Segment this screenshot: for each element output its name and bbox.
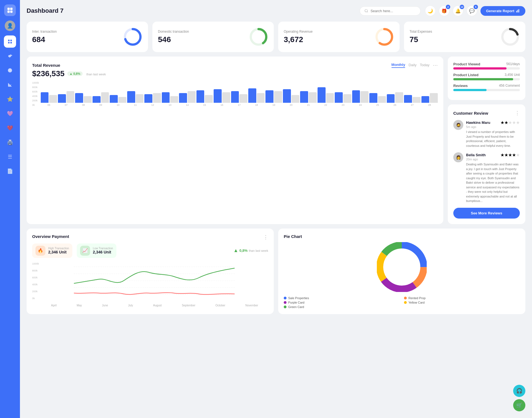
sidebar-item-heart[interactable]: 🩷 [4, 107, 16, 120]
bar-blue-20 [387, 94, 395, 103]
svg-rect-13 [518, 9, 519, 12]
stat-card-0: Inter. transaction 684 [27, 22, 148, 52]
bar-blue-6 [144, 94, 152, 103]
revenue-card-header: Total Revenue Monthly Daily Today ⋯ [32, 62, 438, 68]
svg-point-32 [385, 250, 418, 284]
middle-row: Total Revenue Monthly Daily Today ⋯ $236… [27, 57, 525, 224]
cart-float-btn[interactable]: 🛒 [513, 399, 525, 411]
tab-monthly[interactable]: Monthly [392, 63, 405, 68]
bar-group-21: 27 [404, 95, 420, 106]
bar-gray-5 [136, 94, 144, 103]
see-more-reviews-button[interactable]: See More Reviews [453, 208, 520, 219]
red-line [74, 293, 234, 294]
bar-blue-12 [248, 88, 256, 103]
revenue-tabs: Monthly Daily Today ⋯ [392, 62, 438, 68]
bar-pair-11 [231, 91, 247, 103]
review-header: Customer Review ⋮ [453, 110, 520, 116]
bar-group-9: 15 [196, 90, 213, 107]
sidebar-item-dashboard[interactable] [4, 35, 16, 48]
bar-blue-11 [231, 91, 239, 103]
sidebar-item-star[interactable]: ⭐ [4, 93, 16, 105]
bar-gray-1 [66, 91, 75, 103]
bar-label-11: 17 [238, 104, 241, 106]
tab-daily[interactable]: Daily [408, 63, 416, 68]
bar-label-12: 18 [255, 104, 258, 106]
reviewer-avatar-1: 👩 [453, 152, 463, 162]
legend-item-3: Yellow Card [404, 301, 520, 304]
stat-label-3: Total Expenses [410, 30, 432, 34]
bar-pair-12 [248, 88, 265, 103]
bar-blue-14 [283, 89, 291, 103]
bottom-row: Overview Payment ⋮ 🔥 High Transaction 2,… [27, 229, 525, 314]
bar-pair-0 [41, 92, 57, 103]
chat-icon-btn[interactable]: 💬 5 [467, 6, 477, 16]
bar-label-4: 10 [117, 104, 119, 106]
bell-icon-btn[interactable]: 🔔 12 [453, 6, 463, 16]
bar-blue-13 [265, 90, 273, 103]
sidebar-item-settings[interactable] [4, 50, 16, 62]
donut-3 [500, 27, 520, 47]
metrics-items: Product Viewed 561/days Product Listed 3… [453, 62, 520, 91]
review-text-0: I viewed a number of properties with Jus… [466, 130, 520, 148]
metric-item-1: Product Listed 3,456 Unit [453, 73, 520, 80]
main-content: Dashboard 7 🌙 🎁 2 🔔 12 💬 5 Generate Repo… [20, 0, 532, 418]
search-input[interactable] [370, 9, 415, 13]
metric-value-1: 3,456 Unit [505, 73, 520, 77]
bar-pair-10 [214, 89, 230, 103]
sidebar-logo[interactable] [4, 4, 16, 16]
bar-label-5: 11 [134, 104, 137, 106]
sidebar-item-doc[interactable]: 📄 [4, 165, 16, 177]
bell-badge: 12 [460, 5, 464, 9]
payment-more-menu[interactable]: ⋮ [263, 234, 268, 240]
gift-icon-btn[interactable]: 🎁 2 [439, 6, 449, 16]
bar-group-8: 14 [179, 91, 195, 106]
bar-gray-9 [205, 95, 213, 103]
chart-icon [516, 9, 520, 13]
reviewer-avatar-0: 🧔 [453, 120, 463, 130]
reviewer-stars-1: ★★★★★ [500, 152, 520, 158]
review-content-1: Bella Smith ★★★★★ 20m ago Dealing with S… [466, 152, 520, 203]
bar-gray-3 [101, 92, 109, 103]
sidebar-item-chart[interactable] [4, 79, 16, 91]
review-more-menu[interactable]: ⋮ [515, 110, 520, 116]
avatar[interactable]: 👤 [5, 20, 15, 31]
stat-label-0: Inter. transaction [32, 30, 57, 34]
donut-1 [249, 27, 268, 47]
support-float-btn[interactable]: 🎧 [513, 385, 525, 397]
bar-blue-3 [93, 96, 101, 103]
dark-mode-toggle[interactable]: 🌙 [425, 6, 436, 16]
donut-2 [375, 27, 394, 47]
sidebar-item-favorite[interactable]: ❤️ [4, 122, 16, 134]
svg-rect-2 [7, 11, 10, 13]
pie-container: Sale PropertiesRented PropPurple CardYel… [284, 242, 520, 309]
sidebar-item-print[interactable]: 🖨️ [4, 136, 16, 148]
bar-group-7: 13 [162, 92, 178, 107]
sidebar-item-info[interactable] [4, 64, 16, 76]
metric-value-2: 456 Comment [499, 84, 520, 88]
legend-label-1: Rented Prop [408, 296, 426, 300]
sidebar-item-list[interactable]: ☰ [4, 151, 16, 163]
bar-pair-2 [75, 93, 91, 103]
legend-dot-0 [284, 297, 287, 299]
progress-bg-1 [453, 78, 520, 80]
bar-group-22: 28 [421, 93, 438, 106]
review-content-0: Hawkins Maru ★★★★★ 5m ago I viewed a num… [466, 120, 520, 148]
bar-gray-18 [360, 91, 369, 103]
pie-chart-svg [377, 242, 427, 292]
stats-row: Inter. transaction 684 Domestic transact… [27, 22, 525, 52]
revenue-more-menu[interactable]: ⋯ [433, 62, 438, 68]
overview-payment-card: Overview Payment ⋮ 🔥 High Transaction 2,… [27, 229, 274, 314]
legend-item-0: Sale Properties [284, 296, 400, 300]
tab-today[interactable]: Today [420, 63, 429, 68]
bar-gray-12 [257, 93, 265, 103]
metric-value-0: 561/days [506, 62, 520, 66]
bar-group-3: 09 [93, 92, 109, 107]
search-box[interactable] [360, 6, 421, 16]
bar-chart-wrapper: 1000k800k600k400k200k0k 0607080910111213… [32, 81, 438, 111]
bar-pair-5 [127, 91, 144, 103]
generate-report-button[interactable]: Generate Report [480, 6, 525, 16]
svg-rect-4 [8, 40, 9, 41]
bar-label-1: 07 [65, 104, 68, 106]
review-item-1: 👩 Bella Smith ★★★★★ 20m ago Dealing with… [453, 152, 520, 203]
legend-label-0: Sale Properties [288, 296, 309, 300]
